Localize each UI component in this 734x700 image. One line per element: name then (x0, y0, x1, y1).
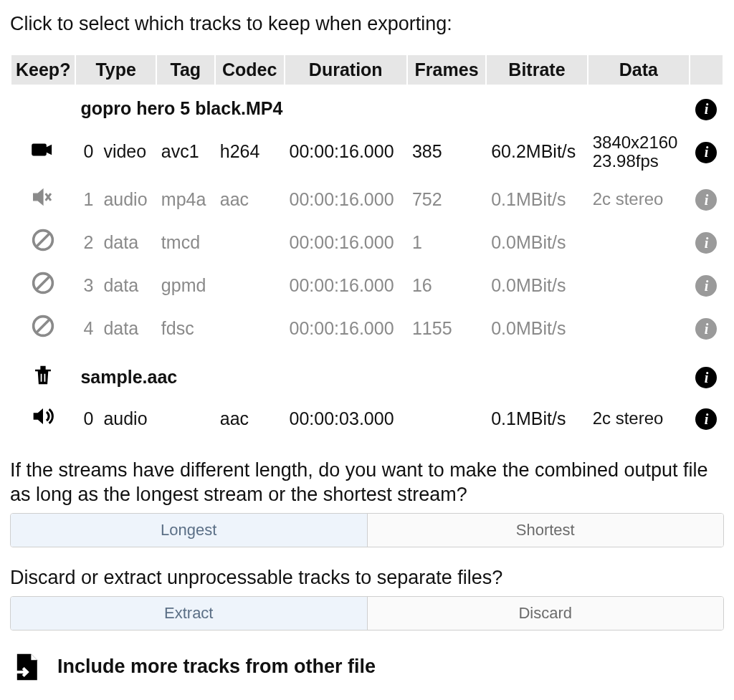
col-duration: Duration (285, 55, 406, 85)
track-data (588, 307, 689, 350)
col-keep: Keep? (11, 55, 75, 85)
track-data: 2c stereo (588, 397, 689, 440)
col-frames: Frames (408, 55, 485, 85)
track-index: 3 (76, 264, 97, 307)
track-codec (216, 307, 284, 350)
discard-question: Discard or extract unprocessable tracks … (10, 566, 724, 590)
tracks-table: Keep? Type Tag Codec Duration Frames Bit… (10, 55, 724, 440)
track-index: 0 (76, 126, 97, 178)
track-codec (216, 221, 284, 264)
track-row: 1audiomp4aaac00:00:16.0007520.1MBit/s2c … (11, 178, 723, 221)
track-frames: 1 (408, 221, 485, 264)
track-duration: 00:00:16.000 (285, 126, 406, 178)
col-type: Type (76, 55, 155, 85)
track-data: 2c stereo (588, 178, 689, 221)
track-codec (216, 264, 284, 307)
track-index: 1 (76, 178, 97, 221)
track-frames (408, 397, 485, 440)
track-index: 0 (76, 397, 97, 440)
track-duration: 00:00:16.000 (285, 307, 406, 350)
track-codec: aac (216, 178, 284, 221)
track-frames: 16 (408, 264, 485, 307)
track-codec: h264 (216, 126, 284, 178)
track-type: video (99, 126, 155, 178)
discard-segbar: Extract Discard (10, 596, 724, 631)
track-duration: 00:00:03.000 (285, 397, 406, 440)
track-bitrate: 0.1MBit/s (487, 178, 587, 221)
track-tag: avc1 (157, 126, 214, 178)
info-icon[interactable]: i (695, 318, 717, 340)
include-more-button[interactable]: Include more tracks from other file (10, 652, 724, 682)
length-option-shortest[interactable]: Shortest (367, 514, 724, 547)
track-type: data (99, 307, 155, 350)
track-codec: aac (216, 397, 284, 440)
col-bitrate: Bitrate (487, 55, 587, 85)
track-row: 4datafdsc00:00:16.00011550.0MBit/si (11, 307, 723, 350)
dialog-heading: Click to select which tracks to keep whe… (10, 13, 724, 35)
track-bitrate: 0.0MBit/s (487, 307, 587, 350)
file-row: sample.aaci (11, 350, 723, 397)
ban-icon[interactable] (31, 279, 55, 299)
col-tag: Tag (157, 55, 214, 85)
track-type: audio (99, 178, 155, 221)
info-icon[interactable]: i (695, 99, 717, 120)
track-frames: 752 (408, 178, 485, 221)
file-name: gopro hero 5 black.MP4 (76, 85, 689, 126)
col-data: Data (588, 55, 689, 85)
info-icon[interactable]: i (695, 275, 717, 297)
track-tag: mp4a (157, 178, 214, 221)
ban-icon[interactable] (31, 236, 55, 256)
track-type: audio (99, 397, 155, 440)
track-tag: gpmd (157, 264, 214, 307)
track-row: 0videoavc1h26400:00:16.00038560.2MBit/s3… (11, 126, 723, 178)
track-tag (157, 397, 214, 440)
track-tag: tmcd (157, 221, 214, 264)
col-codec: Codec (216, 55, 284, 85)
file-name: sample.aac (76, 350, 689, 397)
info-icon[interactable]: i (695, 408, 717, 430)
file-row: gopro hero 5 black.MP4i (11, 85, 723, 126)
track-frames: 1155 (408, 307, 485, 350)
track-bitrate: 0.0MBit/s (487, 221, 587, 264)
info-icon[interactable]: i (695, 367, 717, 388)
track-duration: 00:00:16.000 (285, 264, 406, 307)
track-row: 2datatmcd00:00:16.00010.0MBit/si (11, 221, 723, 264)
length-option-longest[interactable]: Longest (11, 514, 367, 547)
length-segbar: Longest Shortest (10, 513, 724, 547)
track-duration: 00:00:16.000 (285, 178, 406, 221)
info-icon[interactable]: i (695, 142, 717, 163)
length-question: If the streams have different length, do… (10, 459, 724, 507)
discard-option-discard[interactable]: Discard (367, 597, 724, 630)
track-bitrate: 0.0MBit/s (487, 264, 587, 307)
include-more-label: Include more tracks from other file (57, 656, 376, 678)
track-bitrate: 0.1MBit/s (487, 397, 587, 440)
track-data (588, 264, 689, 307)
trash-icon[interactable] (31, 370, 55, 390)
track-bitrate: 60.2MBit/s (487, 126, 587, 178)
track-duration: 00:00:16.000 (285, 221, 406, 264)
track-frames: 385 (408, 126, 485, 178)
track-data: 3840x216023.98fps (588, 126, 689, 178)
track-index: 4 (76, 307, 97, 350)
track-index: 2 (76, 221, 97, 264)
track-data (588, 221, 689, 264)
file-import-icon (10, 652, 40, 682)
track-row: 0audioaac00:00:03.0000.1MBit/s2c stereoi (11, 397, 723, 440)
col-info (690, 55, 723, 85)
track-type: data (99, 264, 155, 307)
track-row: 3datagpmd00:00:16.000160.0MBit/si (11, 264, 723, 307)
info-icon[interactable]: i (695, 232, 717, 254)
ban-icon[interactable] (31, 322, 55, 342)
discard-option-extract[interactable]: Extract (11, 597, 367, 630)
track-type: data (99, 221, 155, 264)
video-icon[interactable] (31, 145, 55, 166)
audio-on-icon[interactable] (31, 412, 55, 432)
audio-mute-icon[interactable] (31, 193, 55, 213)
info-icon[interactable]: i (695, 189, 717, 211)
track-tag: fdsc (157, 307, 214, 350)
